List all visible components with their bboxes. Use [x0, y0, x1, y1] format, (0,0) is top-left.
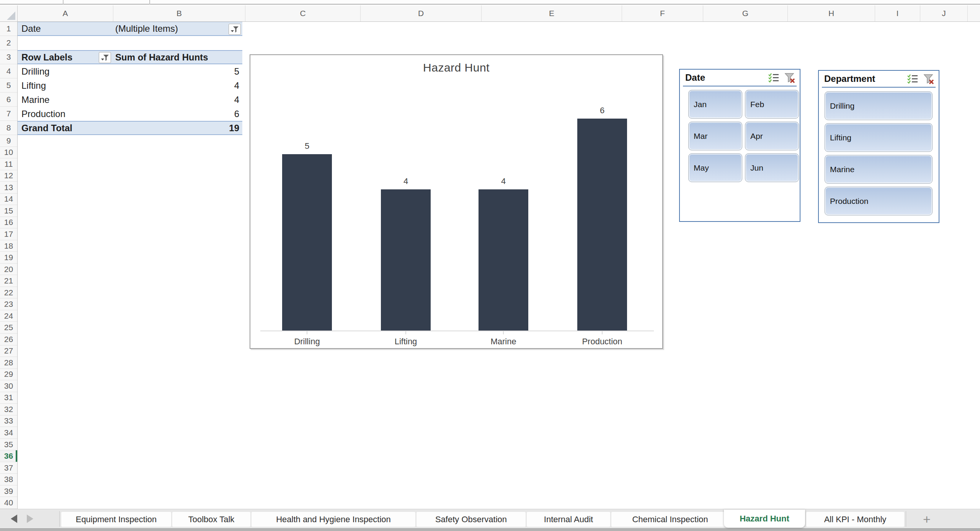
column-header-J[interactable]: J — [920, 5, 968, 21]
row-labels-filter-button[interactable] — [99, 52, 111, 63]
tab-equipment-inspection[interactable]: Equipment Inspection — [61, 512, 171, 527]
bar-production[interactable] — [577, 119, 627, 331]
row-header-20[interactable]: 20 — [0, 264, 17, 275]
pivot-data-row[interactable]: Production 6 — [18, 107, 242, 121]
row-header-2[interactable]: 2 — [0, 36, 17, 50]
row-header-34[interactable]: 34 — [0, 427, 17, 439]
clear-filter-icon[interactable] — [923, 73, 935, 85]
slicer-item-drilling[interactable]: Drilling — [825, 91, 933, 120]
slicer-item-marine[interactable]: Marine — [825, 155, 933, 184]
row-header-24[interactable]: 24 — [0, 310, 17, 322]
multi-select-icon[interactable] — [768, 72, 780, 84]
slicer-item-production[interactable]: Production — [825, 187, 933, 215]
pivot-row-value[interactable]: 4 — [234, 93, 239, 107]
row-header-26[interactable]: 26 — [0, 334, 17, 345]
row-header-35[interactable]: 35 — [0, 439, 17, 451]
row-header-38[interactable]: 38 — [0, 474, 17, 485]
tab-health-and-hygiene-inspection[interactable]: Health and Hygiene Inspection — [252, 512, 415, 527]
row-header-14[interactable]: 14 — [0, 194, 17, 205]
row-header-33[interactable]: 33 — [0, 415, 17, 427]
row-header-13[interactable]: 13 — [0, 182, 17, 194]
pivot-grand-total-row[interactable]: Grand Total 19 — [18, 121, 242, 135]
slicer-item-feb[interactable]: Feb — [745, 90, 799, 119]
slicer-item-lifting[interactable]: Lifting — [825, 123, 933, 152]
slicer-item-apr[interactable]: Apr — [745, 122, 799, 150]
column-header-C[interactable]: C — [245, 5, 361, 21]
column-header-I[interactable]: I — [875, 5, 920, 21]
column-header-D[interactable]: D — [361, 5, 482, 21]
bar-lifting[interactable] — [381, 189, 431, 331]
row-header-40[interactable]: 40 — [0, 497, 17, 509]
row-header-15[interactable]: 15 — [0, 205, 17, 217]
tab-internal-audit[interactable]: Internal Audit — [527, 512, 610, 527]
bar-drilling[interactable] — [282, 154, 332, 331]
pivot-values-header[interactable]: Sum of Hazard Hunts — [115, 51, 208, 64]
row-header-22[interactable]: 22 — [0, 287, 17, 299]
pivot-data-row[interactable]: Drilling 5 — [18, 64, 242, 78]
column-header-A[interactable]: A — [18, 5, 113, 21]
department-slicer[interactable]: Department Drilling — [818, 70, 939, 223]
tab-toolbox-talk[interactable]: Toolbox Talk — [172, 512, 250, 527]
row-header-3[interactable]: 3 — [0, 50, 17, 64]
hazard-hunt-chart[interactable]: Hazard Hunt 5Drilling4Lifting4Marine6Pro… — [250, 54, 663, 349]
row-header-16[interactable]: 16 — [0, 217, 17, 229]
tab-chemical-inspection[interactable]: Chemical Inspection — [611, 512, 729, 527]
row-header-21[interactable]: 21 — [0, 275, 17, 287]
select-all-corner[interactable] — [0, 5, 18, 21]
row-header-10[interactable]: 10 — [0, 147, 17, 159]
column-header-F[interactable]: F — [622, 5, 703, 21]
slicer-item-jan[interactable]: Jan — [688, 90, 742, 119]
row-header-23[interactable]: 23 — [0, 298, 17, 310]
row-header-17[interactable]: 17 — [0, 228, 17, 240]
date-slicer[interactable]: Date Jan Feb Ma — [679, 69, 800, 222]
pivot-filter-field[interactable]: Date — [21, 22, 41, 35]
row-header-32[interactable]: 32 — [0, 404, 17, 415]
clear-filter-icon[interactable] — [784, 72, 796, 84]
column-header-B[interactable]: B — [113, 5, 245, 21]
row-header-39[interactable]: 39 — [0, 485, 17, 497]
tab-scroll-right-icon[interactable] — [27, 515, 33, 523]
pivot-row-label[interactable]: Production — [21, 107, 65, 121]
slicer-item-may[interactable]: May — [688, 153, 742, 182]
row-header-37[interactable]: 37 — [0, 462, 17, 474]
column-header-G[interactable]: G — [703, 5, 788, 21]
tab-safety-observation[interactable]: Safety Observation — [416, 512, 526, 527]
row-header-9[interactable]: 9 — [0, 135, 17, 147]
bar-marine[interactable] — [479, 189, 528, 331]
tab-all-kpi-monthly[interactable]: All KPI - Monthly — [806, 512, 904, 527]
row-header-30[interactable]: 30 — [0, 380, 17, 392]
row-header-6[interactable]: 6 — [0, 93, 17, 107]
pivot-row-value[interactable]: 5 — [234, 64, 239, 78]
tab-hazard-hunt[interactable]: Hazard Hunt — [724, 510, 805, 528]
row-header-36[interactable]: 36 — [0, 450, 17, 462]
add-sheet-button[interactable]: + — [917, 512, 936, 527]
row-header-27[interactable]: 27 — [0, 345, 17, 357]
pivot-row-label[interactable]: Lifting — [21, 78, 46, 93]
row-header-28[interactable]: 28 — [0, 357, 17, 369]
row-header-5[interactable]: 5 — [0, 78, 17, 93]
slicer-item-jun[interactable]: Jun — [745, 153, 799, 182]
slicer-item-mar[interactable]: Mar — [688, 122, 742, 150]
pivot-row-value[interactable]: 4 — [234, 78, 239, 93]
pivot-data-row[interactable]: Lifting 4 — [18, 78, 242, 93]
row-header-18[interactable]: 18 — [0, 240, 17, 252]
row-header-19[interactable]: 19 — [0, 252, 17, 264]
tab-scroll-left-icon[interactable] — [11, 515, 17, 523]
row-header-4[interactable]: 4 — [0, 64, 17, 78]
pivot-row-label[interactable]: Drilling — [21, 64, 49, 78]
row-header-25[interactable]: 25 — [0, 322, 17, 334]
row-header-1[interactable]: 1 — [0, 22, 17, 36]
row-header-12[interactable]: 12 — [0, 170, 17, 182]
row-header-11[interactable]: 11 — [0, 158, 17, 170]
row-header-29[interactable]: 29 — [0, 369, 17, 381]
pivot-data-row[interactable]: Marine 4 — [18, 93, 242, 107]
row-header-8[interactable]: 8 — [0, 121, 17, 135]
pivot-row-label[interactable]: Marine — [21, 93, 49, 107]
multi-select-icon[interactable] — [906, 73, 919, 85]
pivot-filter-dropdown-button[interactable] — [229, 24, 241, 35]
pivot-row-value[interactable]: 6 — [234, 107, 239, 121]
column-header-H[interactable]: H — [788, 5, 875, 21]
column-header-E[interactable]: E — [482, 5, 622, 21]
pivot-filter-value[interactable]: (Multiple Items) — [115, 22, 178, 35]
row-header-7[interactable]: 7 — [0, 107, 17, 121]
